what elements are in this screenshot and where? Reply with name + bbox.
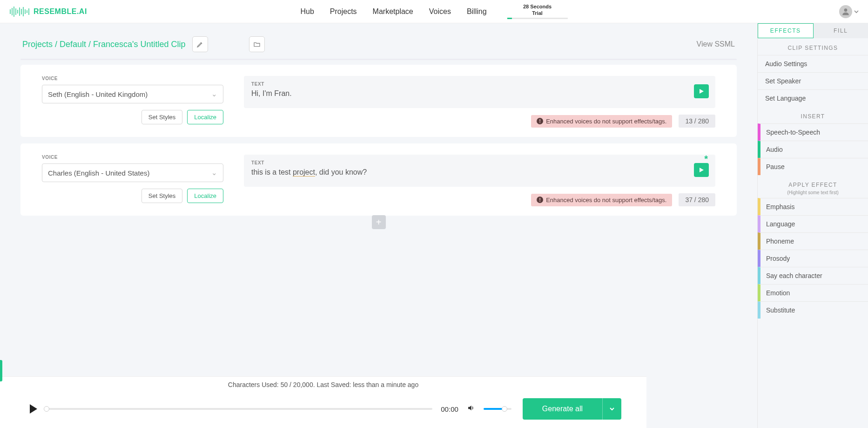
sidebar-item-pause[interactable]: Pause xyxy=(758,158,868,175)
view-ssml-link[interactable]: View SSML xyxy=(697,40,735,48)
clip-text[interactable]: this is a test project, did you know? xyxy=(251,168,708,178)
volume-knob[interactable] xyxy=(502,406,507,412)
sidebar-item-substitute[interactable]: Substitute xyxy=(758,301,868,319)
edit-title-button[interactable] xyxy=(192,36,208,52)
voice-value: Charles (English - United States) xyxy=(48,169,149,177)
svg-point-11 xyxy=(844,8,848,12)
side-handle[interactable] xyxy=(0,360,2,381)
warning-pill: ! Enhanced voices do not support effects… xyxy=(531,115,672,128)
chevron-down-icon xyxy=(609,406,615,412)
text-label: TEXT xyxy=(251,160,708,165)
nav-hub[interactable]: Hub xyxy=(300,7,314,16)
voice-label: VOICE xyxy=(42,155,223,160)
caret-down-icon xyxy=(854,9,859,14)
sidebar-item-speech-to-speech[interactable]: Speech-to-Speech xyxy=(758,123,868,141)
play-clip-button[interactable] xyxy=(694,84,709,98)
text-segment: this is a test xyxy=(251,168,293,176)
breadcrumb[interactable]: Projects / Default / Francesca's Untitle… xyxy=(22,40,186,49)
clip-text[interactable]: Hi, I'm Fran. xyxy=(251,89,708,100)
footer: Characters Used: 50 / 20,000. Last Saved… xyxy=(0,376,646,428)
set-styles-button[interactable]: Set Styles xyxy=(141,189,183,203)
text-label: TEXT xyxy=(251,82,708,87)
nav-marketplace[interactable]: Marketplace xyxy=(373,7,413,16)
status-text: Characters Used: 50 / 20,000. Last Saved… xyxy=(0,377,646,393)
sidebar-item-phoneme[interactable]: Phoneme xyxy=(758,232,868,250)
divider xyxy=(20,59,737,60)
user-menu[interactable] xyxy=(839,5,859,18)
timeline-slider[interactable] xyxy=(46,408,432,410)
play-icon xyxy=(699,167,704,173)
warning-pill: ! Enhanced voices do not support effects… xyxy=(531,194,672,206)
play-clip-button[interactable] xyxy=(694,163,709,177)
warning-icon: ! xyxy=(537,118,543,124)
char-count: 13 / 280 xyxy=(679,115,715,128)
voice-label: VOICE xyxy=(42,76,223,81)
trial-progress xyxy=(507,18,568,19)
text-segment-underlined: project xyxy=(293,168,315,176)
text-input-box[interactable]: * TEXT this is a test project, did you k… xyxy=(244,155,715,187)
clip-card: VOICE Seth (English - United Kingdom) ⌄ … xyxy=(20,65,737,137)
header: RESEMBLE.AI Hub Projects Marketplace Voi… xyxy=(0,0,868,23)
warning-text: Enhanced voices do not support effects/t… xyxy=(546,118,666,125)
trial-indicator[interactable]: 28 Seconds Trial xyxy=(507,4,568,19)
generate-all-button[interactable]: Generate all xyxy=(523,398,603,420)
time-display: 00:00 xyxy=(441,405,458,413)
avatar-icon xyxy=(839,5,852,18)
volume-icon[interactable] xyxy=(467,404,475,414)
set-styles-button[interactable]: Set Styles xyxy=(141,110,183,124)
logo-wave-icon xyxy=(9,6,31,18)
nav-billing[interactable]: Billing xyxy=(467,7,487,16)
play-icon xyxy=(699,88,704,94)
generate-dropdown-button[interactable] xyxy=(603,398,621,420)
logo-text: RESEMBLE.AI xyxy=(34,7,87,16)
sidebar: EFFECTS FILL CLIP SETTINGS Audio Setting… xyxy=(757,23,868,428)
section-title-clip-settings: CLIP SETTINGS xyxy=(758,38,868,55)
localize-button[interactable]: Localize xyxy=(187,189,223,203)
tab-fill[interactable]: FILL xyxy=(814,23,868,38)
nav-projects[interactable]: Projects xyxy=(330,7,357,16)
logo[interactable]: RESEMBLE.AI xyxy=(9,6,87,18)
voice-select[interactable]: Seth (English - United Kingdom) ⌄ xyxy=(42,85,223,103)
voice-value: Seth (English - United Kingdom) xyxy=(48,90,148,98)
section-title-apply: APPLY EFFECT xyxy=(758,175,868,192)
sidebar-item-emotion[interactable]: Emotion xyxy=(758,284,868,301)
trial-seconds: 28 Seconds xyxy=(523,4,552,10)
sidebar-item-say-each-character[interactable]: Say each character xyxy=(758,267,868,284)
trial-label: Trial xyxy=(532,10,543,16)
sidebar-item-audio[interactable]: Audio xyxy=(758,141,868,158)
volume-slider[interactable] xyxy=(484,408,511,410)
folder-button[interactable] xyxy=(249,36,265,52)
section-title-insert: INSERT xyxy=(758,107,868,123)
timeline-knob[interactable] xyxy=(44,406,49,412)
sidebar-item-emphasis[interactable]: Emphasis xyxy=(758,198,868,215)
sidebar-item-audio-settings[interactable]: Audio Settings xyxy=(758,55,868,72)
clip-card: VOICE Charles (English - United States) … xyxy=(20,143,737,216)
top-nav: Hub Projects Marketplace Voices Billing … xyxy=(300,4,567,19)
sidebar-item-language[interactable]: Language xyxy=(758,215,868,232)
text-input-box[interactable]: TEXT Hi, I'm Fran. xyxy=(244,76,715,108)
folder-icon xyxy=(253,41,261,48)
warning-icon: ! xyxy=(537,197,543,203)
tab-effects[interactable]: EFFECTS xyxy=(758,23,814,38)
add-clip-button[interactable]: + xyxy=(372,215,386,229)
generate-group: Generate all xyxy=(523,398,621,420)
chevron-down-icon: ⌄ xyxy=(211,169,217,177)
play-all-button[interactable] xyxy=(30,404,37,414)
text-segment: , did you know? xyxy=(315,168,367,176)
section-sub-apply: (Highlight some text first) xyxy=(758,190,868,195)
sidebar-item-set-speaker[interactable]: Set Speaker xyxy=(758,72,868,89)
char-count: 37 / 280 xyxy=(679,193,715,206)
chevron-down-icon: ⌄ xyxy=(211,90,217,98)
pencil-icon xyxy=(196,41,204,48)
warning-text: Enhanced voices do not support effects/t… xyxy=(546,197,666,204)
localize-button[interactable]: Localize xyxy=(187,110,223,124)
voice-select[interactable]: Charles (English - United States) ⌄ xyxy=(42,163,223,182)
sidebar-item-prosody[interactable]: Prosody xyxy=(758,250,868,267)
breadcrumb-row: Projects / Default / Francesca's Untitle… xyxy=(0,23,757,56)
nav-voices[interactable]: Voices xyxy=(429,7,451,16)
sidebar-item-set-language[interactable]: Set Language xyxy=(758,89,868,107)
